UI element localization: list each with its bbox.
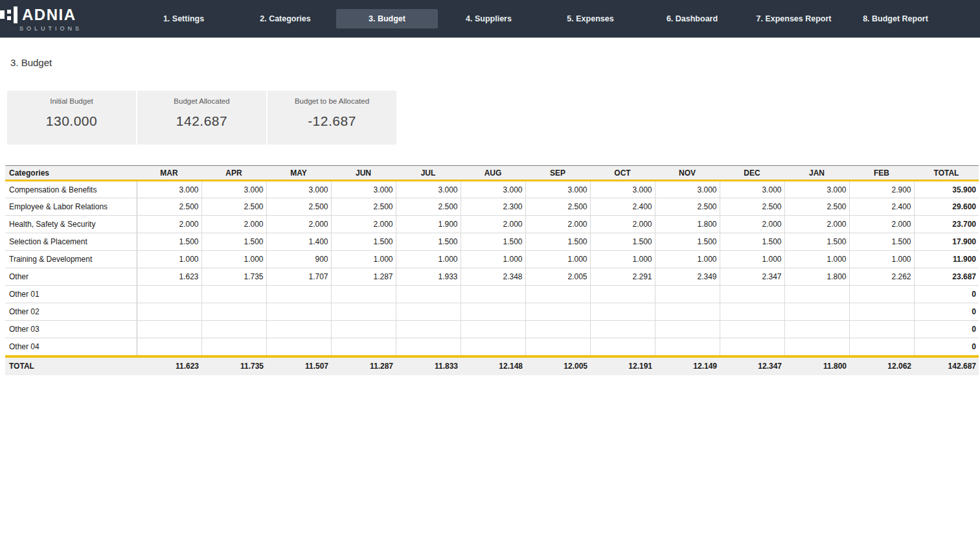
- tab-categories[interactable]: 2. Categories: [234, 9, 336, 29]
- budget-cell[interactable]: 3.000: [201, 181, 266, 198]
- budget-cell[interactable]: 2.000: [784, 216, 849, 233]
- budget-cell[interactable]: 1.500: [461, 233, 525, 251]
- budget-cell[interactable]: 900: [266, 251, 331, 268]
- budget-cell[interactable]: 1.800: [784, 268, 849, 286]
- budget-cell[interactable]: 1.000: [201, 251, 266, 268]
- budget-cell[interactable]: [201, 338, 266, 356]
- budget-cell[interactable]: 2.348: [461, 268, 525, 286]
- tab-dashboard[interactable]: 6. Dashboard: [641, 9, 743, 29]
- budget-cell[interactable]: 2.500: [331, 198, 396, 216]
- budget-cell[interactable]: 1.900: [396, 216, 461, 233]
- budget-cell[interactable]: 1.000: [655, 251, 720, 268]
- budget-cell[interactable]: 1.800: [655, 216, 720, 233]
- budget-cell[interactable]: 1.707: [266, 268, 331, 286]
- budget-cell[interactable]: 1.000: [137, 251, 201, 268]
- budget-cell[interactable]: 2.500: [396, 198, 461, 216]
- budget-cell[interactable]: 2.000: [590, 216, 655, 233]
- budget-cell[interactable]: 1.623: [137, 268, 201, 286]
- budget-cell[interactable]: [849, 321, 914, 338]
- budget-cell[interactable]: 3.000: [396, 181, 461, 198]
- budget-cell[interactable]: [461, 286, 525, 303]
- budget-cell[interactable]: 2.000: [331, 216, 396, 233]
- budget-cell[interactable]: [525, 286, 590, 303]
- category-cell[interactable]: Other 02: [5, 303, 137, 321]
- budget-cell[interactable]: [590, 303, 655, 321]
- budget-cell[interactable]: 1.000: [720, 251, 784, 268]
- budget-cell[interactable]: [266, 338, 331, 356]
- budget-cell[interactable]: 1.500: [137, 233, 201, 251]
- budget-cell[interactable]: [331, 286, 396, 303]
- budget-cell[interactable]: 2.500: [266, 198, 331, 216]
- budget-cell[interactable]: 2.500: [655, 198, 720, 216]
- budget-cell[interactable]: 3.000: [590, 181, 655, 198]
- budget-cell[interactable]: [266, 321, 331, 338]
- category-cell[interactable]: Other 04: [5, 338, 137, 356]
- budget-cell[interactable]: [849, 303, 914, 321]
- budget-cell[interactable]: 2.005: [525, 268, 590, 286]
- budget-cell[interactable]: 2.000: [201, 216, 266, 233]
- budget-cell[interactable]: [331, 303, 396, 321]
- budget-cell[interactable]: 2.500: [201, 198, 266, 216]
- budget-cell[interactable]: [201, 303, 266, 321]
- budget-cell[interactable]: 1.000: [784, 251, 849, 268]
- budget-cell[interactable]: [396, 286, 461, 303]
- budget-cell[interactable]: 2.000: [525, 216, 590, 233]
- budget-cell[interactable]: 1.000: [396, 251, 461, 268]
- budget-cell[interactable]: 2.349: [655, 268, 720, 286]
- budget-cell[interactable]: 1.500: [331, 233, 396, 251]
- budget-cell[interactable]: [396, 338, 461, 356]
- budget-cell[interactable]: 2.291: [590, 268, 655, 286]
- budget-cell[interactable]: [655, 286, 720, 303]
- category-cell[interactable]: Other 03: [5, 321, 137, 338]
- budget-cell[interactable]: 3.000: [720, 181, 784, 198]
- category-cell[interactable]: Other: [5, 268, 137, 286]
- budget-cell[interactable]: [720, 286, 784, 303]
- tab-expenses-report[interactable]: 7. Expenses Report: [743, 9, 845, 29]
- budget-cell[interactable]: 2.900: [849, 181, 914, 198]
- budget-cell[interactable]: 2.500: [525, 198, 590, 216]
- budget-cell[interactable]: 3.000: [266, 181, 331, 198]
- budget-cell[interactable]: 2.400: [590, 198, 655, 216]
- category-cell[interactable]: Compensation & Benefits: [5, 181, 137, 198]
- budget-cell[interactable]: 3.000: [784, 181, 849, 198]
- budget-cell[interactable]: [655, 321, 720, 338]
- budget-cell[interactable]: [137, 338, 201, 356]
- budget-cell[interactable]: [784, 321, 849, 338]
- budget-cell[interactable]: [655, 303, 720, 321]
- budget-cell[interactable]: 1.000: [849, 251, 914, 268]
- budget-cell[interactable]: 2.262: [849, 268, 914, 286]
- budget-cell[interactable]: 1.735: [201, 268, 266, 286]
- budget-cell[interactable]: 2.000: [849, 216, 914, 233]
- budget-cell[interactable]: [331, 321, 396, 338]
- budget-cell[interactable]: [266, 286, 331, 303]
- budget-cell[interactable]: 2.000: [266, 216, 331, 233]
- budget-cell[interactable]: [720, 321, 784, 338]
- budget-cell[interactable]: 2.500: [137, 198, 201, 216]
- budget-cell[interactable]: 1.287: [331, 268, 396, 286]
- budget-cell[interactable]: 2.500: [784, 198, 849, 216]
- budget-cell[interactable]: [720, 338, 784, 356]
- budget-cell[interactable]: [784, 286, 849, 303]
- budget-cell[interactable]: 2.400: [849, 198, 914, 216]
- budget-cell[interactable]: 1.500: [655, 233, 720, 251]
- budget-cell[interactable]: [461, 338, 525, 356]
- budget-cell[interactable]: [396, 303, 461, 321]
- budget-cell[interactable]: 3.000: [655, 181, 720, 198]
- budget-cell[interactable]: [590, 286, 655, 303]
- budget-cell[interactable]: [784, 303, 849, 321]
- budget-cell[interactable]: [201, 286, 266, 303]
- budget-cell[interactable]: [331, 338, 396, 356]
- budget-cell[interactable]: [590, 338, 655, 356]
- budget-cell[interactable]: 1.500: [201, 233, 266, 251]
- budget-cell[interactable]: 2.500: [720, 198, 784, 216]
- budget-cell[interactable]: [720, 303, 784, 321]
- tab-budget[interactable]: 3. Budget: [336, 9, 438, 29]
- budget-cell[interactable]: [461, 303, 525, 321]
- budget-cell[interactable]: 3.000: [525, 181, 590, 198]
- budget-cell[interactable]: 3.000: [331, 181, 396, 198]
- budget-cell[interactable]: [137, 286, 201, 303]
- budget-cell[interactable]: 1.000: [461, 251, 525, 268]
- budget-cell[interactable]: [137, 303, 201, 321]
- budget-cell[interactable]: [525, 321, 590, 338]
- category-cell[interactable]: Other 01: [5, 286, 137, 303]
